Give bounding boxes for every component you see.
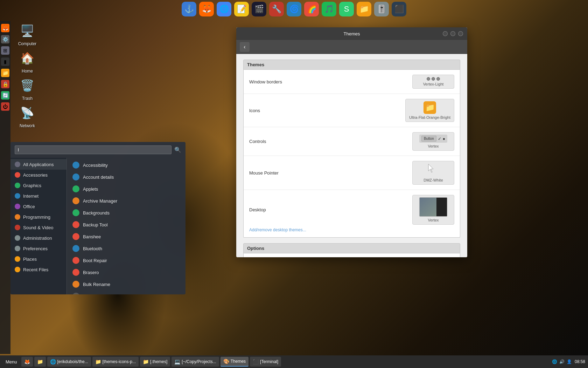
check-widget: ✓	[438, 136, 441, 141]
icons-preview[interactable]: 📁 Ultra-Flat-Orange-Bright	[405, 99, 454, 122]
taskbar-item-tb-firefox[interactable]: 🦊	[21, 357, 33, 367]
taskbar-item-tb-themes[interactable]: 📁 [.themes]	[140, 357, 170, 367]
window-close-button[interactable]	[443, 31, 448, 36]
category-programming[interactable]: Programming	[10, 212, 66, 222]
dock-icon-power-dock[interactable]: ⏻	[1, 102, 9, 111]
category-label-preferences: Preferences	[23, 246, 48, 251]
app-label-backgrounds: Backgrounds	[83, 210, 110, 216]
taskbar-icon-tb-browser2: 📁	[95, 359, 101, 364]
taskbar-item-tb-browser1[interactable]: 🌐 [erikdubois/the...	[47, 357, 91, 367]
search-icon[interactable]: 🔍	[174, 146, 181, 153]
app-archive-manager[interactable]: Archive Manager	[67, 195, 186, 207]
app-bluetooth[interactable]: Bluetooth	[67, 243, 186, 254]
dock-icon-firefox-dock[interactable]: 🦊	[1, 24, 9, 32]
app-account-details[interactable]: Account details	[67, 171, 186, 183]
taskbar-item-tb-terminal[interactable]: ⬛ [Terminal]	[250, 357, 281, 367]
icon-folder-preview: 📁	[424, 101, 436, 114]
category-administration[interactable]: Administration	[10, 233, 66, 243]
app-icon-bluetooth	[72, 245, 79, 252]
category-recent[interactable]: Recent Files	[10, 264, 66, 275]
window-minimize-button[interactable]	[450, 31, 455, 36]
category-accessories[interactable]: Accessories	[10, 170, 66, 180]
clock: 08:58	[575, 359, 585, 364]
category-internet[interactable]: Internet	[10, 191, 66, 201]
button-widget: Button	[421, 136, 436, 142]
app-icon-brasero	[72, 269, 79, 276]
window-borders-preview[interactable]: Vertex-Light	[412, 75, 454, 89]
panel-icon-rainbow[interactable]: 🌈	[304, 2, 319, 16]
category-dot-recent	[15, 267, 20, 272]
icon-label-network: Network	[20, 123, 35, 128]
controls-label: Controls	[249, 139, 266, 144]
category-places[interactable]: Places	[10, 254, 66, 264]
app-applets[interactable]: Applets	[67, 183, 186, 195]
add-remove-themes-link[interactable]: Add/remove desktop themes...	[249, 227, 306, 232]
app-calculator[interactable]: Calculator	[67, 290, 186, 294]
dock-icon-terminal-dock[interactable]: ▮	[1, 57, 9, 66]
app-icon-calculator	[72, 293, 79, 294]
left-dock: 🦊⚙️⊞▮📁🔒🔄⏻	[0, 21, 10, 354]
category-all[interactable]: All Applications	[10, 159, 66, 170]
category-label-accessories: Accessories	[23, 172, 48, 178]
radio-widget: ●	[443, 136, 445, 141]
desktop-icon-trash[interactable]: 🗑️ Trash	[13, 76, 41, 101]
desktop-icon-network[interactable]: 📡 Network	[13, 104, 41, 128]
taskbar-item-tb-fm[interactable]: 📁	[34, 357, 46, 367]
back-button[interactable]: ‹	[240, 42, 250, 52]
app-boot-repair[interactable]: Boot Repair	[67, 254, 186, 266]
panel-icon-chrome[interactable]: 🌐	[217, 2, 231, 16]
desktop-preview[interactable]: Vertex	[412, 195, 454, 225]
controls-preview[interactable]: Button ✓ ● Vertex	[412, 132, 454, 151]
desktop: ⚓🦊🌐📝🎬🔧🌀🌈🎵S📁🎚️⬛ 🦊⚙️⊞▮📁🔒🔄⏻ 🔍 All Applicati…	[0, 0, 588, 368]
panel-icon-spiral[interactable]: 🌀	[287, 2, 301, 16]
dock-icon-grid-dock[interactable]: ⊞	[1, 46, 9, 55]
app-bulk-rename[interactable]: Bulk Rename	[67, 278, 186, 290]
window-title: Themes	[344, 31, 360, 36]
category-label-office: Office	[23, 204, 35, 209]
category-office[interactable]: Office	[10, 201, 66, 212]
app-backup-tool[interactable]: Backup Tool	[67, 219, 186, 231]
category-sound-video[interactable]: Sound & Video	[10, 222, 66, 233]
menu-button[interactable]: Menu	[3, 358, 20, 366]
app-menu-body: All Applications Accessories Graphics In…	[10, 158, 186, 294]
panel-icon-firefox[interactable]: 🦊	[199, 2, 214, 16]
desktop-preview-name: Vertex	[428, 218, 439, 222]
app-brasero[interactable]: Brasero	[67, 266, 186, 278]
app-accessibility[interactable]: Accessibility	[67, 159, 186, 171]
app-banshee[interactable]: Banshee	[67, 231, 186, 243]
dock-icon-refresh-dock[interactable]: 🔄	[1, 91, 9, 100]
panel-icon-notes[interactable]: 📝	[234, 2, 249, 16]
options-section-body: Show icons in menus Show icons on button…	[243, 253, 460, 257]
taskbar-item-tb-copy[interactable]: 💻 [~/Copy/Projects...	[172, 357, 219, 367]
category-label-programming: Programming	[23, 214, 50, 220]
dock-icon-settings-dock[interactable]: ⚙️	[1, 35, 9, 43]
taskbar-item-tb-themes-win[interactable]: 🎨 Themes	[220, 357, 248, 367]
taskbar-item-tb-browser2[interactable]: 📁 [themes-icons-p...	[92, 357, 139, 367]
panel-icon-mixer[interactable]: 🎚️	[374, 2, 389, 16]
category-preferences[interactable]: Preferences	[10, 243, 66, 254]
window-maximize-button[interactable]	[458, 31, 463, 36]
panel-icon-terminal[interactable]: ⬛	[392, 2, 406, 16]
panel-icon-tool1[interactable]: 🔧	[269, 2, 284, 16]
panel-icon-anchor[interactable]: ⚓	[182, 2, 196, 16]
mouse-pointer-row: Mouse Pointer DMZ-White	[244, 156, 460, 190]
app-backgrounds[interactable]: Backgrounds	[67, 207, 186, 219]
dock-icon-lock-dock[interactable]: 🔒	[1, 80, 9, 88]
taskbar-label-tb-browser1: [erikdubois/the...	[57, 359, 88, 364]
panel-icon-music[interactable]: 🎵	[322, 2, 336, 16]
app-label-archive-manager: Archive Manager	[83, 198, 117, 204]
mouse-pointer-preview[interactable]: DMZ-White	[412, 161, 454, 185]
dock-icon-folder-dock[interactable]: 📁	[1, 69, 9, 77]
panel-icon-s-icon[interactable]: S	[339, 2, 354, 16]
category-dot-places	[15, 256, 20, 262]
category-graphics[interactable]: Graphics	[10, 180, 66, 191]
desktop-icon-computer[interactable]: 🖥️ Computer	[13, 22, 41, 46]
panel-icon-folder[interactable]: 📁	[357, 2, 371, 16]
desktop-icon-home[interactable]: 🏠 Home	[13, 49, 41, 74]
category-label-graphics: Graphics	[23, 183, 41, 188]
app-label-calculator: Calculator	[83, 294, 104, 295]
panel-icon-video[interactable]: 🎬	[252, 2, 266, 16]
search-input[interactable]	[15, 145, 172, 154]
window-borders-name: Vertex-Light	[423, 82, 444, 86]
app-menu-search: 🔍	[10, 142, 186, 158]
